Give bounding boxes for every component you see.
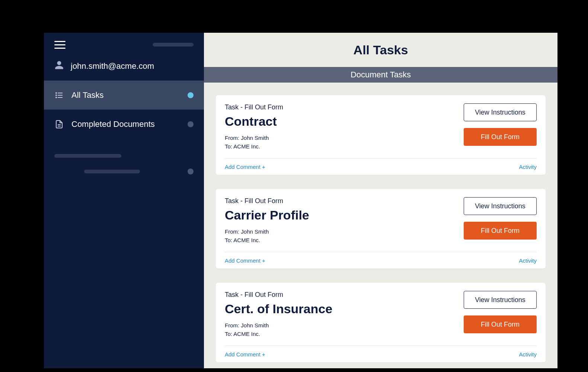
task-card: Task - Fill Out Form Cert. of Insurance … bbox=[216, 283, 546, 362]
document-icon bbox=[54, 120, 64, 129]
task-title: Cert. of Insurance bbox=[225, 302, 332, 316]
task-type-label: Task - Fill Out Form bbox=[225, 103, 283, 111]
task-from: From: John Smith bbox=[225, 134, 283, 142]
fill-out-form-button[interactable]: Fill Out Form bbox=[464, 128, 537, 146]
task-from: From: John Smith bbox=[225, 321, 332, 330]
task-to: To: ACME Inc. bbox=[225, 142, 283, 151]
add-comment-link[interactable]: Add Comment + bbox=[225, 164, 265, 170]
activity-link[interactable]: Activity bbox=[519, 351, 537, 357]
task-type-label: Task - Fill Out Form bbox=[225, 197, 309, 205]
status-dot bbox=[188, 121, 194, 127]
task-to: To: ACME Inc. bbox=[225, 236, 309, 245]
status-dot bbox=[188, 169, 194, 174]
activity-link[interactable]: Activity bbox=[519, 164, 537, 170]
task-title: Carrier Profile bbox=[225, 208, 309, 222]
svg-point-3 bbox=[56, 93, 57, 93]
fill-out-form-button[interactable]: Fill Out Form bbox=[464, 315, 537, 333]
task-title: Contract bbox=[225, 114, 283, 129]
section-header: Document Tasks bbox=[204, 67, 557, 83]
svg-point-5 bbox=[56, 97, 57, 98]
view-instructions-button[interactable]: View Instructions bbox=[464, 103, 537, 121]
page-title: All Tasks bbox=[204, 33, 557, 67]
svg-point-4 bbox=[56, 95, 57, 96]
task-list: Task - Fill Out Form Contract From: John… bbox=[204, 83, 557, 368]
sidebar-item-completed-documents[interactable]: Completed Documents bbox=[44, 109, 204, 138]
sidebar-item-label: Completed Documents bbox=[71, 119, 155, 129]
placeholder-bar bbox=[84, 170, 140, 173]
add-comment-link[interactable]: Add Comment + bbox=[225, 257, 265, 264]
sidebar-item-label: All Tasks bbox=[71, 90, 103, 100]
view-instructions-button[interactable]: View Instructions bbox=[464, 291, 537, 309]
task-type-label: Task - Fill Out Form bbox=[225, 291, 332, 299]
placeholder-bar bbox=[153, 43, 194, 46]
hamburger-icon[interactable] bbox=[54, 41, 65, 49]
add-comment-link[interactable]: Add Comment + bbox=[225, 351, 265, 357]
placeholder-bar bbox=[54, 154, 121, 158]
sidebar-top bbox=[44, 33, 204, 57]
user-icon bbox=[54, 60, 64, 72]
user-email: john.smith@acme.com bbox=[71, 61, 154, 71]
sidebar: john.smith@acme.com All Tasks Completed … bbox=[44, 33, 204, 368]
main-content: All Tasks Document Tasks Task - Fill Out… bbox=[204, 33, 557, 368]
device-frame: john.smith@acme.com All Tasks Completed … bbox=[19, 11, 569, 368]
task-from: From: John Smith bbox=[225, 228, 309, 236]
sidebar-user: john.smith@acme.com bbox=[44, 57, 204, 80]
notification-dot bbox=[188, 92, 194, 98]
task-card: Task - Fill Out Form Carrier Profile Fro… bbox=[216, 189, 546, 269]
view-instructions-button[interactable]: View Instructions bbox=[464, 197, 537, 215]
app-screen: john.smith@acme.com All Tasks Completed … bbox=[44, 33, 557, 368]
task-to: To: ACME Inc. bbox=[225, 330, 332, 339]
placeholder-row bbox=[54, 164, 194, 179]
sidebar-extra bbox=[44, 138, 204, 189]
placeholder-row bbox=[54, 148, 194, 164]
sidebar-item-all-tasks[interactable]: All Tasks bbox=[44, 80, 204, 109]
activity-link[interactable]: Activity bbox=[519, 257, 537, 264]
task-card: Task - Fill Out Form Contract From: John… bbox=[216, 95, 546, 175]
fill-out-form-button[interactable]: Fill Out Form bbox=[464, 222, 537, 240]
list-icon bbox=[54, 91, 64, 100]
